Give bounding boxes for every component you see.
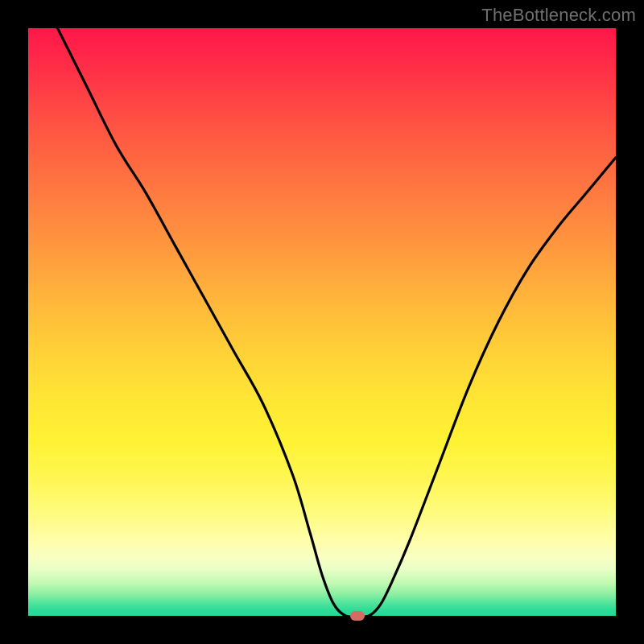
bottleneck-curve (28, 28, 616, 616)
plot-area (28, 28, 616, 616)
optimum-marker (350, 611, 365, 621)
chart-frame: TheBottleneck.com (0, 0, 644, 644)
watermark-text: TheBottleneck.com (481, 5, 636, 26)
